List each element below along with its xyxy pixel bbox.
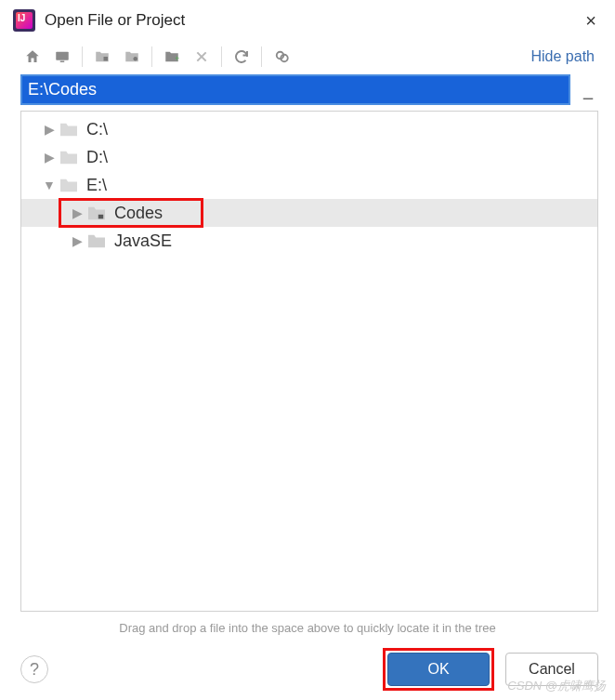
expand-icon[interactable]: ▶ [70,205,85,220]
expand-icon[interactable]: ▶ [42,122,57,137]
tree-label: Codes [114,204,163,223]
path-input[interactable] [22,76,569,103]
toolbar: + Hide path [0,39,615,73]
help-button[interactable]: ? [20,655,48,683]
svg-rect-1 [60,61,65,63]
collapse-icon[interactable]: ▼ [42,178,57,192]
open-file-dialog: Open File or Project × + Hide path ▶ C:\ [0,0,615,700]
folder-icon [59,149,81,165]
separator [221,46,222,67]
close-icon[interactable]: × [580,10,602,32]
expand-icon[interactable]: ▶ [42,150,57,165]
cancel-button[interactable]: Cancel [505,653,598,686]
svg-rect-8 [98,215,103,219]
history-icon[interactable] [578,77,598,103]
separator [82,46,83,67]
folder-icon [86,205,109,221]
svg-rect-0 [56,52,69,60]
tree-label: E:\ [86,176,107,195]
path-row [0,73,615,111]
home-icon[interactable] [20,45,45,69]
delete-icon[interactable] [190,45,214,69]
desktop-icon[interactable] [50,45,74,69]
svg-rect-7 [583,98,594,99]
tree-node[interactable]: ▶ C:\ [21,115,597,143]
dialog-title: Open File or Project [45,11,580,30]
tree-label: C:\ [86,120,108,139]
tree-node[interactable]: ▶ D:\ [21,143,597,171]
folder-icon [59,177,81,193]
highlight-annotation: OK [383,648,494,691]
separator [151,46,152,67]
tree-label: JavaSE [114,231,172,251]
titlebar: Open File or Project × [0,0,615,39]
refresh-icon[interactable] [229,45,254,69]
show-hidden-icon[interactable] [269,45,294,69]
svg-text:+: + [175,54,179,63]
tree-node[interactable]: ▼ E:\ [21,171,597,199]
project-dir-icon[interactable] [90,45,114,69]
folder-icon [59,121,81,138]
ok-button[interactable]: OK [387,653,490,686]
separator [261,46,262,67]
svg-rect-2 [104,57,109,61]
footer: ? OK Cancel [0,648,615,700]
tree-node[interactable]: ▶ JavaSE [21,227,597,255]
hint-text: Drag and drop a file into the space abov… [0,617,615,648]
new-folder-icon[interactable]: + [160,45,184,69]
tree-node-selected[interactable]: ▶ Codes [21,199,597,227]
module-dir-icon[interactable] [120,45,144,69]
tree-label: D:\ [86,148,108,167]
file-tree[interactable]: ▶ C:\ ▶ D:\ ▼ E:\ ▶ Codes ▶ JavaSE [20,111,598,612]
folder-icon [86,232,109,249]
app-icon [13,9,35,32]
hide-path-link[interactable]: Hide path [531,48,595,65]
path-input-wrap [20,74,570,105]
expand-icon[interactable]: ▶ [70,233,85,248]
svg-point-3 [134,57,138,61]
